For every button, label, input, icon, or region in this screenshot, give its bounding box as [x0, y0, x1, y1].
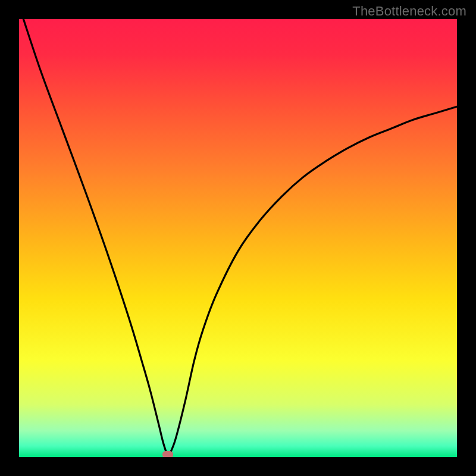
watermark-text: TheBottleneck.com	[352, 4, 466, 19]
bottleneck-curve	[19, 19, 457, 457]
chart-frame: TheBottleneck.com	[0, 0, 476, 476]
minimum-marker	[162, 451, 173, 457]
plot-area	[19, 19, 457, 457]
